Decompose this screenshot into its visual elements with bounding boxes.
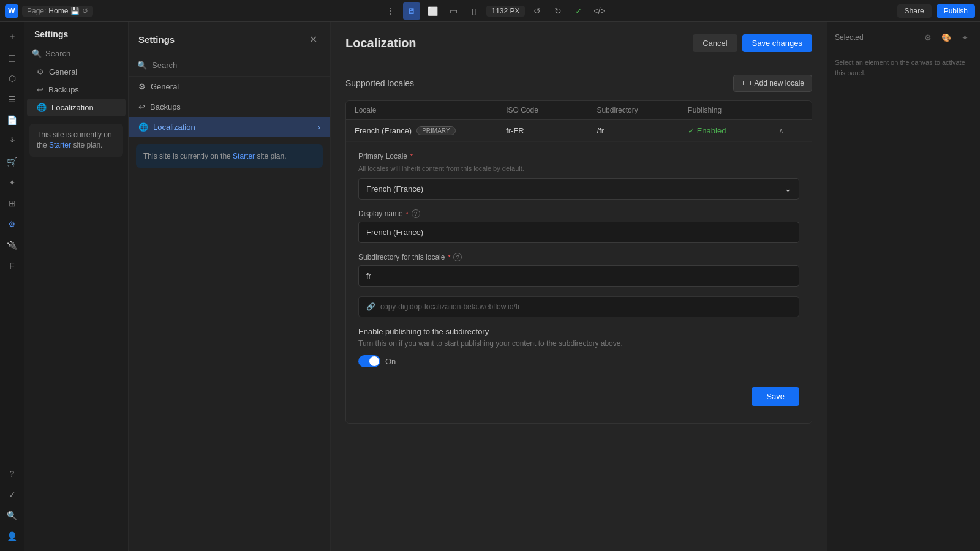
primary-locale-select[interactable]: French (France) ⌄ (358, 178, 799, 200)
webflow-logo: W (5, 4, 18, 18)
add-locale-icon: + (741, 79, 745, 88)
enable-publishing-desc: Turn this on if you want to start publis… (358, 339, 799, 349)
enable-publishing-section: Enable publishing to the subdirectory Tu… (358, 327, 799, 367)
subdirectory-row: Subdirectory for this locale * ? (358, 253, 799, 287)
desktop-view-icon[interactable]: 🖥 (403, 2, 420, 20)
table-header: Locale ISO Code Subdirectory Publishing (346, 101, 812, 119)
middle-starter-link[interactable]: Starter (233, 152, 255, 160)
add-element-icon[interactable]: ＋ (2, 27, 22, 47)
undo-icon[interactable]: ↺ (529, 2, 546, 20)
col-publishing: Publishing (688, 106, 778, 114)
layers-icon[interactable]: ◫ (2, 48, 22, 67)
mobile-portrait-icon[interactable]: ▯ (466, 2, 483, 20)
search-label: Search (45, 49, 70, 58)
middle-starter-banner: This site is currently on the Starter si… (136, 144, 323, 168)
save-button[interactable]: Save (752, 387, 799, 406)
page-pill[interactable]: Page: Home 💾 ↺ (22, 6, 93, 17)
starter-suffix: site plan. (73, 141, 102, 149)
members-icon[interactable]: 👤 (2, 527, 22, 546)
settings-panel-title: Settings (24, 29, 128, 47)
share-button[interactable]: Share (897, 4, 932, 18)
display-name-input[interactable] (358, 222, 799, 243)
locale-iso: fr-FR (506, 126, 597, 135)
subdirectory-help-icon[interactable]: ? (453, 253, 462, 261)
main-layout: ＋ ◫ ⬡ ☰ 📄 🗄 🛒 ✦ ⊞ ⚙ 🔌 F ? ✓ 🔍 👤 Settings… (0, 22, 980, 551)
search-bottom-icon[interactable]: 🔍 (2, 506, 22, 525)
expand-locale-chevron[interactable]: ∧ (778, 127, 803, 135)
middle-general-icon: ⚙ (138, 82, 146, 91)
main-content: Localization Cancel Save changes Support… (331, 22, 827, 551)
settings-nav-general[interactable]: ⚙ General (27, 63, 126, 81)
page-title: Localization (345, 36, 417, 50)
middle-general-label: General (151, 82, 179, 91)
assets-icon[interactable]: ⬡ (2, 69, 22, 88)
required-indicator: * (410, 153, 413, 160)
starter-link[interactable]: Starter (49, 141, 71, 149)
publish-button[interactable]: Publish (937, 4, 975, 18)
settings-nav-localization[interactable]: 🌐 Localization (27, 99, 126, 116)
select-chevron-down: ⌄ (785, 184, 791, 193)
redo-icon[interactable]: ↻ (549, 2, 567, 20)
close-button[interactable]: ✕ (306, 32, 320, 47)
link-icon: 🔗 (366, 302, 375, 311)
tablet-view-icon[interactable]: ⬜ (424, 2, 441, 20)
middle-nav-general[interactable]: ⚙ General (129, 77, 330, 97)
right-panel: Selected ⚙ 🎨 ✦ Select an element on the … (827, 22, 980, 551)
right-panel-hint: Select an element on the canvas to activ… (835, 58, 973, 78)
middle-localization-label: Localization (153, 122, 195, 132)
cancel-button[interactable]: Cancel (693, 34, 737, 52)
general-icon: ⚙ (37, 67, 44, 77)
publish-toggle[interactable] (358, 355, 380, 367)
toggle-row: On (358, 355, 799, 367)
cms-icon[interactable]: 🗄 (2, 131, 22, 151)
display-name-help-icon[interactable]: ? (412, 209, 420, 218)
subdirectory-label-row: Subdirectory for this locale * ? (358, 253, 799, 261)
settings-nav-backups[interactable]: ↩ Backups (27, 81, 126, 99)
settings-search[interactable]: 🔍 Search (24, 47, 128, 63)
style-panel-icon[interactable]: 🎨 (938, 29, 954, 45)
subdirectory-required: * (448, 254, 450, 261)
add-locale-label: + Add new locale (748, 79, 804, 88)
more-options-icon[interactable]: ⋮ (382, 2, 399, 20)
col-actions (778, 106, 803, 114)
top-bar-center: ⋮ 🖥 ⬜ ▭ ▯ 1132 PX ↺ ↻ ✓ </> (97, 2, 893, 20)
general-label: General (49, 67, 77, 77)
localization-icon: 🌐 (37, 103, 47, 112)
table-row: French (France) PRIMARY fr-FR /fr ✓ Enab… (346, 119, 812, 141)
right-panel-icons: ⚙ 🎨 ✦ (920, 29, 973, 45)
pages-icon[interactable]: 📄 (2, 110, 22, 130)
px-display[interactable]: 1132 PX (486, 6, 524, 17)
mobile-landscape-icon[interactable]: ▭ (445, 2, 462, 20)
middle-panel-title: Settings (138, 34, 175, 45)
col-iso: ISO Code (506, 106, 597, 114)
hint-text: Select an element on the canvas to activ… (835, 59, 965, 77)
interactions-icon[interactable]: ✦ (2, 173, 22, 192)
settings-sidebar-icon[interactable]: ⚙ (2, 214, 22, 234)
middle-search[interactable]: 🔍 Search (129, 54, 330, 77)
middle-nav-backups[interactable]: ↩ Backups (129, 97, 330, 117)
subdirectory-input[interactable] (358, 265, 799, 287)
ecommerce-icon[interactable]: 🛒 (2, 152, 22, 171)
locale-name: French (France) (355, 126, 412, 135)
display-name-label-row: Display name * ? (358, 209, 799, 218)
add-new-locale-button[interactable]: + + Add new locale (733, 75, 812, 92)
main-content-header: Localization Cancel Save changes (331, 22, 827, 62)
supported-locales-label: Supported locales (345, 78, 414, 88)
middle-nav-localization[interactable]: 🌐 Localization › (129, 117, 330, 137)
save-changes-button[interactable]: Save changes (742, 34, 812, 52)
logic-icon[interactable]: ⊞ (2, 193, 22, 213)
primary-locale-label-row: Primary Locale * (358, 152, 799, 160)
help-icon[interactable]: ? (2, 464, 22, 484)
backups-icon: ↩ (37, 85, 43, 94)
page-name: Home (48, 7, 68, 15)
middle-backups-icon: ↩ (138, 102, 145, 111)
checklist-icon[interactable]: ✓ (2, 485, 22, 504)
display-name-row: Display name * ? (358, 209, 799, 243)
nav-icon[interactable]: ☰ (2, 89, 22, 109)
apps-icon[interactable]: 🔌 (2, 235, 22, 255)
code-icon[interactable]: </> (591, 2, 608, 20)
style-guide-icon[interactable]: F (2, 256, 22, 276)
settings-panel-icon[interactable]: ⚙ (920, 29, 936, 45)
check-icon: ✓ (688, 126, 695, 135)
interactions-panel-icon[interactable]: ✦ (957, 29, 973, 45)
